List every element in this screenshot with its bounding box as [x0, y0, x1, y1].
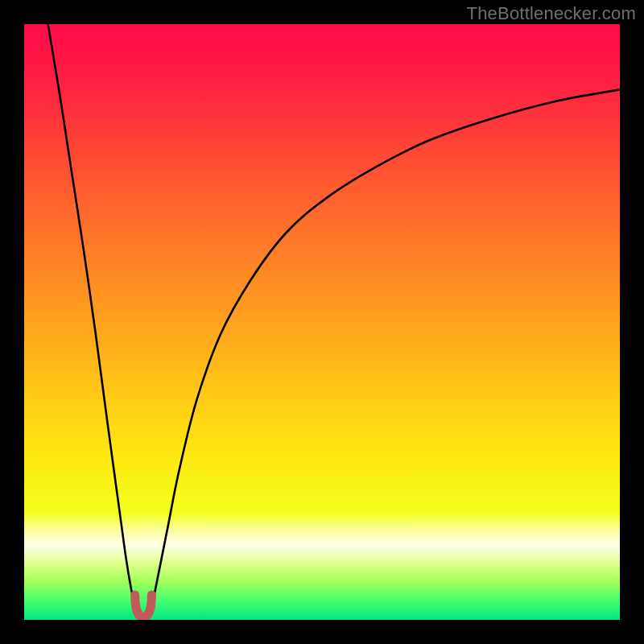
- chart-frame: TheBottlenecker.com: [0, 0, 644, 644]
- curve-layer: [24, 24, 620, 620]
- curve-left-branch: [48, 24, 137, 611]
- valley-u-marker: [135, 595, 152, 617]
- plot-area: [24, 24, 620, 620]
- curve-right-branch: [151, 89, 620, 611]
- watermark-text: TheBottlenecker.com: [467, 3, 636, 24]
